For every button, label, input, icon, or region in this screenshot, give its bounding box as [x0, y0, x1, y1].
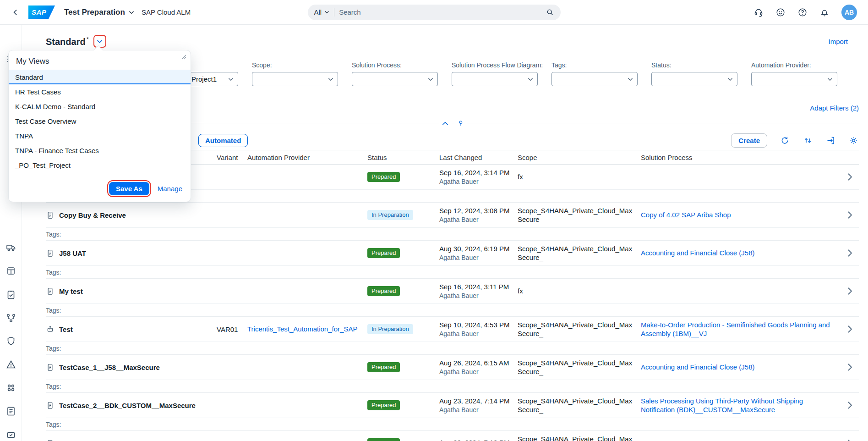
apps-icon[interactable]: [5, 382, 16, 393]
chevron-right-icon[interactable]: [847, 401, 852, 409]
search-scope-value: All: [314, 8, 322, 16]
filter-field: Solution Process:: [352, 61, 438, 86]
filter-combobox[interactable]: [551, 72, 638, 86]
view-list-item[interactable]: TNPA - Finance Test Cases: [9, 143, 191, 158]
filter-combobox[interactable]: [751, 72, 837, 86]
table-row[interactable]: My test Prepared Sep 16, 2024, 3:11 PM A…: [46, 279, 859, 317]
scope-value: Scope_S4HANA_Private_Cloud_MaxSecure_: [518, 244, 641, 262]
view-list-item[interactable]: Standard: [9, 70, 191, 84]
question-mark-icon: [797, 7, 808, 17]
tags-label: Tags:: [46, 345, 61, 352]
tags-label: Tags:: [46, 421, 61, 428]
view-list-item[interactable]: TNPA: [9, 128, 191, 143]
export-button[interactable]: [825, 135, 836, 146]
security-icon[interactable]: [5, 336, 16, 347]
resize-handle-icon[interactable]: [181, 54, 187, 60]
search-scope-select[interactable]: All: [314, 8, 330, 16]
column-header-scope[interactable]: Scope: [518, 154, 641, 161]
chevron-right-icon[interactable]: [847, 325, 852, 333]
export-icon: [826, 136, 835, 145]
filter-combobox[interactable]: Project1: [187, 72, 238, 86]
sap-cloud-alm-app: SAP Test Preparation SAP Cloud ALM All: [0, 0, 868, 441]
chevron-right-icon[interactable]: [847, 249, 852, 257]
transport-icon[interactable]: [5, 242, 16, 253]
last-changed-author: Agatha Bauer: [439, 406, 511, 413]
notifications-button[interactable]: [819, 7, 830, 17]
pin-filter-bar-button[interactable]: [454, 117, 467, 130]
table-row[interactable]: TestCase_1__J58__MaxSecure Prepared Aug …: [46, 355, 859, 393]
solution-process-link[interactable]: Make-to-Order Production - Semifinished …: [641, 320, 834, 338]
tags-label: Tags:: [46, 383, 61, 390]
view-list-item[interactable]: K-CALM Demo - Standard: [9, 99, 191, 114]
view-select-button[interactable]: [93, 35, 106, 48]
chevron-right-icon[interactable]: [847, 287, 852, 295]
manage-button[interactable]: Manage: [158, 185, 182, 193]
test-case-icon: [46, 211, 55, 220]
column-header-solution[interactable]: Solution Process: [641, 154, 841, 161]
settings-button[interactable]: [848, 135, 859, 146]
filter-combobox[interactable]: [252, 72, 338, 86]
view-list-item[interactable]: _PO_Test_Project: [9, 158, 191, 172]
chevron-right-icon[interactable]: [847, 439, 852, 441]
alerts-icon[interactable]: [5, 359, 16, 370]
table-row[interactable]: Test VAR01 Tricentis_Test_Automation_for…: [46, 317, 859, 355]
chevron-down-icon: [628, 77, 633, 81]
table-row[interactable]: Copy Buy & Receive In Preparation Sep 12…: [46, 203, 859, 241]
chevron-right-icon[interactable]: [847, 211, 852, 219]
view-list-item[interactable]: __PB-Company Standard view: [9, 172, 191, 177]
refresh-button[interactable]: [779, 135, 790, 146]
table-row[interactable]: Prepared Aug 23, 2024, 7:18 PM Scope_S4H…: [46, 431, 859, 441]
column-header-last-changed[interactable]: Last Changed: [439, 154, 518, 161]
filter-combobox[interactable]: [452, 72, 538, 86]
column-header-variant[interactable]: Variant: [217, 154, 247, 161]
solution-process-link[interactable]: Accounting and Financial Close (J58): [641, 248, 754, 258]
my-views-popup: My Views Standard HR Test Cases K-CALM D…: [8, 50, 191, 202]
search-icon[interactable]: [546, 8, 554, 17]
create-button[interactable]: Create: [731, 133, 767, 148]
view-name: K-CALM Demo - Standard: [15, 103, 95, 110]
adapt-filters-link[interactable]: Adapt Filters (2): [810, 104, 859, 112]
support-button[interactable]: [753, 7, 764, 17]
avatar[interactable]: AB: [841, 5, 857, 20]
automated-filter-button[interactable]: Automated: [198, 134, 248, 147]
flows-icon[interactable]: [5, 313, 16, 324]
view-list-item[interactable]: HR Test Cases: [9, 84, 191, 99]
chevron-right-icon[interactable]: [847, 363, 852, 371]
filter-combobox[interactable]: [651, 72, 737, 86]
back-button[interactable]: [11, 8, 20, 17]
import-link[interactable]: Import: [828, 38, 848, 45]
chevron-down-icon: [428, 77, 433, 81]
package-icon[interactable]: [5, 265, 16, 276]
solution-process-link[interactable]: Sales Processing Using Third-Party Witho…: [641, 397, 834, 414]
sap-logo[interactable]: SAP: [28, 6, 55, 19]
chevron-right-icon[interactable]: [847, 173, 852, 181]
help-button[interactable]: [797, 7, 808, 17]
shell-header: SAP Test Preparation SAP Cloud ALM All: [0, 0, 868, 25]
bell-icon: [819, 7, 830, 17]
filter-combobox[interactable]: [352, 72, 438, 86]
last-changed-date: Sep 16, 2024, 3:11 PM: [439, 283, 511, 291]
view-list-item[interactable]: Test Case Overview: [9, 114, 191, 128]
sort-button[interactable]: [802, 135, 813, 146]
column-header-provider[interactable]: Automation Provider: [247, 154, 367, 161]
scope-value: Scope_S4HANA_Private_Cloud_MaxSecure_: [518, 206, 641, 224]
filter-field: Tags:: [551, 61, 638, 86]
test-case-name: J58 UAT: [59, 249, 86, 257]
save-as-button[interactable]: Save As: [109, 182, 149, 195]
collapse-filter-bar-button[interactable]: [439, 117, 452, 130]
app-title-menu[interactable]: Test Preparation: [64, 8, 134, 17]
deploy-icon[interactable]: [5, 429, 16, 440]
search-input[interactable]: [339, 8, 540, 16]
test-case-name: Copy Buy & Receive: [59, 211, 126, 219]
reports-icon[interactable]: [5, 406, 16, 417]
automation-provider-link[interactable]: Tricentis_Test_Automation_for_SAP: [247, 325, 357, 334]
solution-process-link[interactable]: Accounting and Financial Close (J58): [641, 363, 754, 372]
column-header-status[interactable]: Status: [367, 154, 439, 161]
table-row[interactable]: J58 UAT Prepared Aug 30, 2024, 6:19 PM A…: [46, 241, 859, 279]
solution-process-link[interactable]: Copy of 4.02 SAP Ariba Shop: [641, 210, 731, 220]
sap-logo-text: SAP: [32, 8, 46, 16]
assistant-button[interactable]: [775, 7, 786, 17]
table-row[interactable]: TestCase_2__BDk_CUSTOM__MaxSecure Prepar…: [46, 393, 859, 431]
last-changed-date: Sep 12, 2024, 3:08 PM: [439, 207, 511, 215]
tasks-icon[interactable]: [5, 289, 16, 300]
